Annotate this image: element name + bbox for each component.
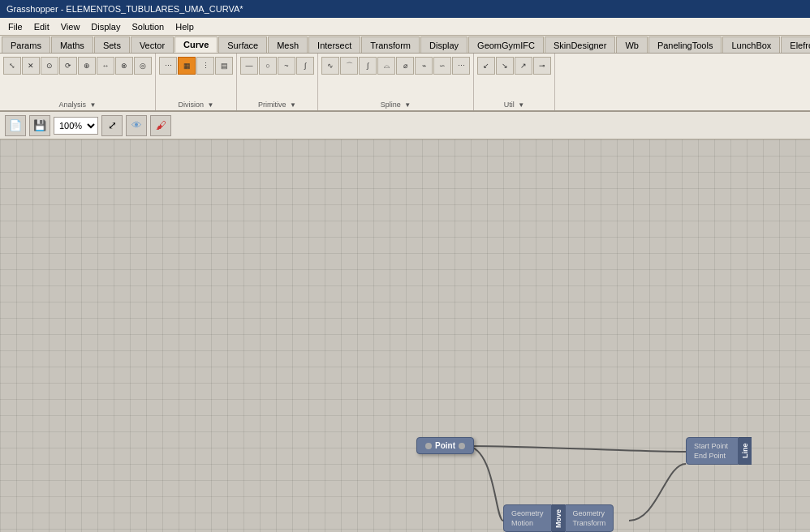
ribbon-icon-u4[interactable]: ⊸ — [533, 57, 551, 75]
tab-geomgym-ifc[interactable]: GeomGymIFC — [468, 36, 544, 53]
tab-surface[interactable]: Surface — [218, 36, 267, 53]
save-button[interactable]: 💾 — [29, 115, 50, 136]
ribbon-icon-s1[interactable]: ∿ — [321, 57, 339, 75]
ribbon-icon-s8[interactable]: ⋯ — [452, 57, 470, 75]
line-left-panel: Start Point End Point — [686, 437, 739, 465]
ribbon-icon-3[interactable]: ⊙ — [41, 57, 58, 75]
move-right-panel: Geometry Transform — [565, 504, 614, 532]
ribbon-icon-p4[interactable]: ∫ — [296, 57, 314, 75]
ribbon-icons-util: ↙ ↘ ↗ ⊸ — [477, 57, 551, 99]
tab-sets[interactable]: Sets — [94, 36, 130, 53]
tab-transform[interactable]: Transform — [361, 36, 420, 53]
ribbon-icon-6[interactable]: ↔ — [97, 57, 114, 75]
tab-maths[interactable]: Maths — [51, 36, 93, 53]
ribbon-icon-s3[interactable]: ∫ — [359, 57, 377, 75]
ribbon-icons-primitive: — ○ ~ ∫ — [240, 57, 314, 99]
ribbon-icon-d4[interactable]: ▤ — [215, 57, 233, 75]
ribbon-group-analysis: ⤡ ✕ ⊙ ⟳ ⊕ ↔ ⊗ ◎ Analysis ▼ — [0, 54, 156, 110]
toolbar: 📄 💾 100% 50% 75% 150% 200% ⤢ 👁 🖌 — [0, 112, 810, 139]
view-button[interactable]: 👁 — [126, 115, 147, 136]
ribbon-group-analysis-label: Analysis ▼ — [3, 99, 152, 110]
move-geometry-output: Geometry — [571, 508, 609, 518]
ribbon-icon-5[interactable]: ⊕ — [78, 57, 96, 75]
ribbon-icon-7[interactable]: ⊗ — [115, 57, 133, 75]
menu-view[interactable]: View — [56, 20, 85, 33]
tab-mesh[interactable]: Mesh — [268, 36, 308, 53]
ribbon: ⤡ ✕ ⊙ ⟳ ⊕ ↔ ⊗ ◎ Analysis ▼ ⋯ ▦ ⋮ ▤ Divis… — [0, 54, 810, 112]
canvas[interactable]: Point Number Slider ○ 38.250 Factor Unit… — [0, 139, 810, 532]
menubar: File Edit View Display Solution Help — [0, 18, 810, 36]
line-node[interactable]: Start Point End Point Line — [686, 437, 752, 465]
ribbon-icon-2[interactable]: ✕ — [22, 57, 40, 75]
ribbon-group-util-label: Util ▼ — [477, 99, 551, 110]
ribbon-icon-s7[interactable]: ∽ — [433, 57, 451, 75]
menu-file[interactable]: File — [3, 20, 28, 33]
ribbon-icons-analysis: ⤡ ✕ ⊙ ⟳ ⊕ ↔ ⊗ ◎ — [3, 57, 152, 99]
tab-paneling-tools[interactable]: PanelingTools — [648, 36, 722, 53]
menu-display[interactable]: Display — [86, 20, 125, 33]
main-area: Point Number Slider ○ 38.250 Factor Unit… — [0, 139, 810, 532]
tab-params[interactable]: Params — [2, 36, 50, 53]
ribbon-icon-p3[interactable]: ~ — [278, 57, 295, 75]
ribbon-group-division: ⋯ ▦ ⋮ ▤ Division ▼ — [156, 54, 237, 110]
tab-wb[interactable]: Wb — [616, 36, 648, 53]
ribbon-icon-8[interactable]: ◎ — [134, 57, 152, 75]
line-label: Line — [739, 437, 752, 465]
move-node[interactable]: Geometry Motion Move Geometry Transform — [503, 504, 614, 532]
ribbon-icon-s4[interactable]: ⌓ — [377, 57, 395, 75]
point-output-port — [459, 443, 465, 449]
ribbon-icon-d2[interactable]: ▦ — [178, 57, 196, 75]
zoom-select[interactable]: 100% 50% 75% 150% 200% — [54, 117, 98, 135]
ribbon-icon-p2[interactable]: ○ — [259, 57, 277, 75]
ribbon-icon-p1[interactable]: — — [240, 57, 258, 75]
menu-solution[interactable]: Solution — [127, 20, 169, 33]
ribbon-icons-spline: ∿ ⌒ ∫ ⌓ ⌀ ⌁ ∽ ⋯ — [321, 57, 470, 99]
move-geometry-input: Geometry — [509, 508, 546, 518]
ribbon-group-spline-label: Spline ▼ — [321, 99, 470, 110]
tab-curve[interactable]: Curve — [174, 36, 218, 53]
ribbon-icon-4[interactable]: ⟳ — [59, 57, 77, 75]
ribbon-icon-s2[interactable]: ⌒ — [340, 57, 358, 75]
ribbon-icon-u3[interactable]: ↗ — [515, 57, 532, 75]
tab-vector[interactable]: Vector — [131, 36, 174, 53]
ribbon-icon-u1[interactable]: ↙ — [477, 57, 495, 75]
ribbon-icon-d3[interactable]: ⋮ — [196, 57, 214, 75]
ribbon-icon-s5[interactable]: ⌀ — [396, 57, 414, 75]
ribbon-group-util: ↙ ↘ ↗ ⊸ Util ▼ — [474, 54, 555, 110]
tab-intersect[interactable]: Intersect — [308, 36, 360, 53]
point-input-port — [425, 443, 432, 449]
ribbon-group-division-label: Division ▼ — [159, 99, 233, 110]
titlebar: Grasshopper - ELEMENTOS_TUBULARES_UMA_CU… — [0, 0, 810, 18]
tab-elefront[interactable]: Elefront — [781, 36, 810, 53]
line-start-point: Start Point — [692, 441, 733, 451]
new-button[interactable]: 📄 — [5, 115, 26, 136]
fit-button[interactable]: ⤢ — [101, 115, 123, 136]
move-left-panel: Geometry Motion — [503, 504, 552, 532]
tab-skin-designer[interactable]: SkinDesigner — [545, 36, 615, 53]
ribbon-icons-division: ⋯ ▦ ⋮ ▤ — [159, 57, 233, 99]
ribbon-group-primitive-label: Primitive ▼ — [240, 99, 314, 110]
color-button[interactable]: 🖌 — [150, 115, 171, 136]
title-text: Grasshopper - ELEMENTOS_TUBULARES_UMA_CU… — [6, 4, 243, 14]
line-end-point: End Point — [692, 451, 733, 461]
point-node[interactable]: Point — [416, 437, 474, 454]
point-label: Point — [435, 441, 455, 450]
ribbon-icon-d1[interactable]: ⋯ — [159, 57, 177, 75]
ribbon-icon-1[interactable]: ⤡ — [3, 57, 21, 75]
tab-display[interactable]: Display — [420, 36, 467, 53]
ribbon-group-primitive: — ○ ~ ∫ Primitive ▼ — [237, 54, 318, 110]
ribbon-icon-s6[interactable]: ⌁ — [415, 57, 433, 75]
menu-help[interactable]: Help — [170, 20, 199, 33]
move-motion-input: Motion — [509, 518, 546, 528]
connections-svg — [0, 139, 810, 532]
ribbon-group-spline: ∿ ⌒ ∫ ⌓ ⌀ ⌁ ∽ ⋯ Spline ▼ — [318, 54, 474, 110]
move-label: Move — [552, 504, 565, 532]
tab-lunchbox[interactable]: LunchBox — [722, 36, 780, 53]
ribbon-icon-u2[interactable]: ↘ — [496, 57, 514, 75]
move-transform-output: Transform — [571, 518, 609, 528]
menu-edit[interactable]: Edit — [29, 20, 54, 33]
tabbar: Params Maths Sets Vector Curve Surface M… — [0, 36, 810, 54]
